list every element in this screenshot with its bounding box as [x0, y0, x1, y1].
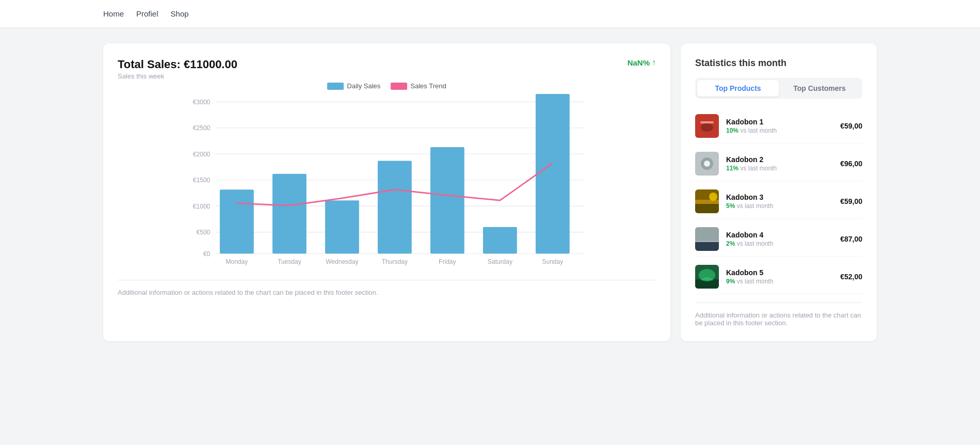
- chart-area: €3000 €2500 €2000 €1500 €1000 €500 €0: [118, 94, 656, 269]
- stats-footer: Additional information or actions relate…: [695, 303, 862, 327]
- stats-card: Statistics this month Top Products Top C…: [681, 43, 877, 341]
- svg-text:€1500: €1500: [193, 177, 211, 184]
- product-info-3: Kadobon 3 5% vs last month: [726, 193, 833, 210]
- svg-rect-23: [700, 121, 714, 123]
- nav-profiel[interactable]: Profiel: [136, 9, 158, 18]
- list-item: Kadobon 5 9% vs last month €52,00: [695, 260, 862, 294]
- product-list: Kadobon 1 10% vs last month €59,00: [695, 109, 862, 294]
- stats-title: Statistics this month: [695, 58, 862, 69]
- svg-text:€3000: €3000: [193, 99, 211, 106]
- svg-point-22: [701, 123, 713, 132]
- chart-footer: Additional information or actions relate…: [118, 280, 656, 296]
- arrow-up-icon: ↑: [652, 58, 656, 67]
- chart-title: Total Sales: €11000.00: [118, 58, 237, 71]
- product-price-2: €96,00: [840, 160, 862, 168]
- product-thumb-4: [695, 227, 719, 251]
- nan-badge: NaN% ↑: [628, 58, 656, 67]
- chart-legend: Daily Sales Sales Trend: [118, 82, 656, 90]
- product-change-3: 5% vs last month: [726, 202, 833, 210]
- svg-rect-28: [695, 204, 719, 213]
- bar-sunday: [536, 94, 570, 253]
- list-item: Kadobon 3 5% vs last month €59,00: [695, 184, 862, 219]
- svg-text:€1000: €1000: [193, 203, 211, 210]
- product-change-label-5: vs last month: [737, 278, 774, 285]
- bar-tuesday: [272, 174, 307, 254]
- svg-point-30: [709, 193, 717, 201]
- product-price-3: €59,00: [840, 197, 862, 205]
- svg-text:Wednesday: Wednesday: [326, 258, 358, 265]
- product-change-5: 9% vs last month: [726, 278, 833, 285]
- list-item: Kadobon 2 11% vs last month €96,00: [695, 147, 862, 181]
- legend-daily-sales: Daily Sales: [327, 82, 380, 90]
- svg-text:Monday: Monday: [226, 258, 248, 265]
- svg-text:Sunday: Sunday: [542, 258, 563, 265]
- product-pct-4: 2%: [726, 240, 735, 247]
- svg-text:Thursday: Thursday: [382, 258, 408, 265]
- product-change-label-3: vs last month: [737, 202, 774, 210]
- product-name-5: Kadobon 5: [726, 268, 833, 277]
- list-item: Kadobon 1 10% vs last month €59,00: [695, 109, 862, 144]
- product-price-4: €87,00: [840, 235, 862, 243]
- svg-rect-33: [695, 227, 719, 242]
- svg-text:€0: €0: [203, 250, 211, 258]
- product-price-5: €52,00: [840, 273, 862, 281]
- product-change-2: 11% vs last month: [726, 165, 833, 172]
- chart-subtitle: Sales this week: [118, 72, 237, 80]
- svg-text:Saturday: Saturday: [488, 258, 512, 265]
- product-thumb-2: [695, 152, 719, 176]
- product-name-4: Kadobon 4: [726, 231, 833, 239]
- product-change-label-4: vs last month: [737, 240, 774, 247]
- product-thumb-1: [695, 114, 719, 138]
- product-name-1: Kadobon 1: [726, 118, 833, 126]
- product-info-2: Kadobon 2 11% vs last month: [726, 155, 833, 172]
- product-change-1: 10% vs last month: [726, 127, 833, 134]
- svg-text:€2500: €2500: [193, 124, 211, 132]
- product-pct-2: 11%: [726, 165, 738, 172]
- product-info-5: Kadobon 5 9% vs last month: [726, 268, 833, 285]
- legend-daily-sales-label: Daily Sales: [347, 82, 380, 90]
- list-item: Kadobon 4 2% vs last month €87,00: [695, 222, 862, 257]
- legend-sales-trend: Sales Trend: [391, 82, 446, 90]
- tab-top-customers[interactable]: Top Customers: [779, 80, 860, 97]
- chart-svg: €3000 €2500 €2000 €1500 €1000 €500 €0: [118, 94, 656, 269]
- nav-shop[interactable]: Shop: [171, 9, 189, 18]
- tab-top-products[interactable]: Top Products: [697, 80, 779, 97]
- svg-text:€500: €500: [196, 229, 210, 236]
- chart-card: Total Sales: €11000.00 Sales this week N…: [103, 43, 670, 341]
- product-change-label-2: vs last month: [740, 165, 777, 172]
- product-thumb-3: [695, 189, 719, 213]
- main-content: Total Sales: €11000.00 Sales this week N…: [0, 28, 980, 357]
- product-change-label-1: vs last month: [740, 127, 777, 134]
- chart-header: Total Sales: €11000.00 Sales this week N…: [118, 58, 656, 80]
- nav-home[interactable]: Home: [103, 9, 124, 18]
- bar-saturday: [483, 227, 517, 254]
- tabs: Top Products Top Customers: [695, 78, 862, 99]
- product-name-3: Kadobon 3: [726, 193, 833, 201]
- bar-monday: [220, 189, 254, 253]
- product-name-2: Kadobon 2: [726, 155, 833, 164]
- product-price-1: €59,00: [840, 122, 862, 130]
- product-pct-5: 9%: [726, 278, 735, 285]
- svg-rect-32: [695, 242, 719, 251]
- product-pct-3: 5%: [726, 202, 735, 210]
- svg-rect-29: [695, 200, 719, 204]
- navbar: Home Profiel Shop: [0, 0, 980, 28]
- nan-text: NaN%: [628, 58, 650, 67]
- bar-thursday: [378, 161, 412, 253]
- product-info-1: Kadobon 1 10% vs last month: [726, 118, 833, 134]
- svg-text:€2000: €2000: [193, 151, 211, 158]
- svg-text:Tuesday: Tuesday: [278, 258, 301, 265]
- product-pct-1: 10%: [726, 127, 738, 134]
- product-thumb-5: [695, 265, 719, 289]
- bar-friday: [430, 147, 464, 253]
- legend-sales-trend-label: Sales Trend: [410, 82, 446, 90]
- svg-point-26: [704, 161, 710, 167]
- svg-text:Friday: Friday: [439, 258, 456, 265]
- bar-wednesday: [325, 200, 359, 253]
- product-change-4: 2% vs last month: [726, 240, 833, 247]
- legend-sales-trend-box: [391, 83, 407, 90]
- product-info-4: Kadobon 4 2% vs last month: [726, 231, 833, 247]
- legend-daily-sales-box: [327, 83, 344, 90]
